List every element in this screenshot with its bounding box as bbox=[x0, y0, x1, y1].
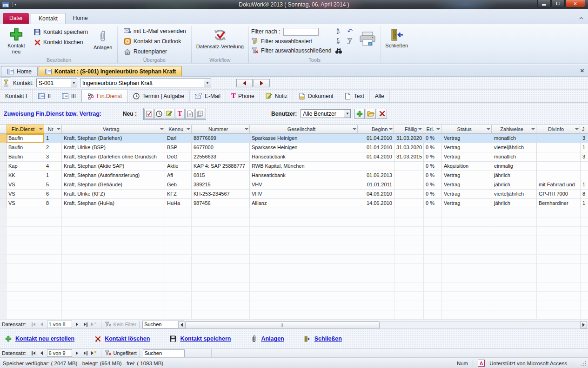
table-cell[interactable] bbox=[581, 171, 588, 180]
table-cell[interactable]: Afi bbox=[165, 171, 192, 180]
view-tab-kontakt-3[interactable]: III bbox=[56, 90, 81, 102]
table-cell[interactable]: 31.03.2015 bbox=[394, 152, 424, 162]
minimize-button[interactable] bbox=[537, 0, 551, 7]
last-record-icon[interactable] bbox=[81, 349, 90, 357]
table-cell[interactable]: Geb bbox=[165, 180, 192, 190]
table-cell[interactable]: Darl bbox=[165, 134, 192, 143]
neu-aufgabe-button[interactable] bbox=[144, 109, 154, 119]
neu-phone-button[interactable]: T bbox=[175, 109, 185, 119]
table-cell[interactable]: 0 % bbox=[424, 199, 442, 208]
table-cell[interactable]: 01.04.2010 bbox=[358, 134, 394, 143]
kontakt-neu-button[interactable]: Kontakt neu bbox=[3, 26, 30, 56]
view-tab-kontakt-1[interactable]: Kontakt I bbox=[0, 90, 33, 102]
table-cell[interactable]: KAP 4: SAP 25888777 bbox=[192, 162, 250, 171]
tab-home[interactable]: Home bbox=[66, 13, 95, 24]
tab-datei[interactable]: Datei bbox=[3, 13, 29, 24]
table-cell[interactable]: Kraft, Ulrike (KFZ) bbox=[62, 190, 165, 199]
table-cell[interactable] bbox=[537, 171, 581, 180]
table-cell[interactable]: 1 bbox=[581, 180, 588, 190]
previous-record-icon[interactable] bbox=[38, 349, 46, 357]
kontakt-name-input[interactable] bbox=[80, 79, 204, 87]
filter-status[interactable]: Ungefiltert bbox=[104, 349, 137, 357]
table-cell[interactable]: DoG bbox=[165, 152, 192, 162]
table-cell[interactable]: 0 % bbox=[424, 162, 442, 171]
column-header[interactable]: Nummer bbox=[192, 125, 250, 134]
view-tab-kontakt-2[interactable]: II bbox=[33, 90, 56, 102]
column-dropdown-icon[interactable] bbox=[487, 128, 490, 132]
new-record-icon[interactable]: * bbox=[90, 321, 98, 328]
column-header[interactable]: Nr bbox=[44, 125, 62, 134]
chevron-down-icon[interactable]: ▼ bbox=[344, 110, 350, 118]
sort-za-button[interactable]: ZA↓ bbox=[334, 37, 343, 45]
link-kontakt-loeschen[interactable]: Kontakt löschen bbox=[94, 335, 150, 342]
column-dropdown-icon[interactable] bbox=[57, 128, 60, 132]
column-header[interactable]: Fin.Dienst bbox=[7, 125, 44, 134]
table-cell[interactable]: 01.04.2010 bbox=[358, 152, 394, 162]
table-cell[interactable]: 0 % bbox=[424, 190, 442, 199]
table-cell[interactable]: RWB Kapital, München bbox=[250, 162, 358, 171]
filter-auswahlbasiert-button[interactable]: Filter auswahlbasiert bbox=[251, 38, 331, 45]
table-cell[interactable]: vierteljährlich bbox=[492, 143, 537, 152]
kontakt-loeschen-button[interactable]: Kontakt löschen bbox=[33, 39, 88, 46]
table-cell[interactable]: Vertrag bbox=[442, 143, 492, 152]
table-cell[interactable]: jährlich bbox=[492, 199, 537, 208]
table-cell[interactable]: GP-RH 7000 bbox=[537, 190, 581, 199]
table-cell[interactable]: Kraft, Stephan (Aktie SAP) bbox=[62, 162, 165, 171]
table-cell[interactable]: 8 bbox=[44, 199, 62, 208]
table-cell[interactable]: monatlich bbox=[492, 134, 537, 143]
last-record-icon[interactable] bbox=[81, 321, 90, 328]
next-record-icon[interactable] bbox=[73, 321, 81, 328]
table-cell[interactable]: 3 bbox=[581, 134, 588, 143]
column-header[interactable]: Zahlweise bbox=[492, 125, 536, 134]
table-cell[interactable]: 04.06.2010 bbox=[358, 190, 394, 199]
table-cell[interactable]: Aktie bbox=[165, 162, 192, 171]
previous-record-button[interactable] bbox=[236, 79, 253, 87]
column-header[interactable]: DivInfo bbox=[536, 125, 580, 134]
table-cell[interactable] bbox=[358, 162, 394, 171]
column-dropdown-icon[interactable] bbox=[187, 128, 190, 132]
table-cell[interactable]: 0815 bbox=[192, 171, 250, 180]
table-cell[interactable]: KFZ bbox=[165, 190, 192, 199]
column-dropdown-icon[interactable] bbox=[531, 128, 535, 132]
column-header[interactable]: Kennu bbox=[165, 125, 192, 134]
column-dropdown-icon[interactable] bbox=[418, 128, 422, 132]
table-cell[interactable]: 5 bbox=[44, 180, 62, 190]
sort-az-button[interactable]: AZ↓ bbox=[334, 27, 343, 35]
table-cell[interactable] bbox=[394, 162, 424, 171]
table-cell[interactable]: 1 bbox=[44, 171, 62, 180]
table-cell[interactable]: 22556633 bbox=[192, 152, 250, 162]
table-cell[interactable]: Sparkasse Heinigen bbox=[250, 143, 358, 152]
link-kontakt-neu[interactable]: Kontakt neu erstellen bbox=[5, 335, 74, 342]
column-header[interactable]: Beginn bbox=[358, 125, 394, 134]
record-selector[interactable] bbox=[0, 180, 7, 190]
table-cell[interactable]: Bernhardiner bbox=[537, 199, 581, 208]
search-input[interactable] bbox=[143, 349, 185, 357]
table-cell[interactable]: 6677000 bbox=[192, 143, 250, 152]
table-cell[interactable]: 3 bbox=[44, 152, 62, 162]
table-cell[interactable]: 389215 bbox=[192, 180, 250, 190]
filter-list-icon[interactable] bbox=[1, 77, 11, 89]
table-cell[interactable]: KH-253-234567 bbox=[192, 190, 250, 199]
column-dropdown-icon[interactable] bbox=[39, 128, 43, 132]
table-cell[interactable]: Hanseaticbank bbox=[250, 152, 358, 162]
record-position[interactable]: 1 von 8 bbox=[47, 321, 72, 328]
table-cell[interactable]: Vertrag bbox=[442, 134, 492, 143]
table-cell[interactable]: 31.03.2020 bbox=[394, 143, 424, 152]
table-cell[interactable]: KK bbox=[7, 171, 44, 180]
column-header[interactable]: Fällig bbox=[394, 125, 423, 134]
doc-close-icon[interactable]: ✕ bbox=[580, 68, 584, 74]
new-record-icon[interactable]: * bbox=[90, 349, 98, 357]
record-selector[interactable] bbox=[0, 134, 7, 143]
table-cell[interactable]: VS bbox=[7, 190, 44, 199]
benutzer-combobox[interactable]: ▼ bbox=[301, 109, 351, 118]
table-cell[interactable] bbox=[394, 180, 424, 190]
table-cell[interactable]: HuHa bbox=[165, 199, 192, 208]
benutzer-delete-button[interactable] bbox=[377, 109, 387, 119]
record-selector[interactable] bbox=[0, 152, 7, 162]
neu-notiz-button[interactable] bbox=[165, 109, 174, 119]
record-selector[interactable] bbox=[0, 171, 7, 180]
table-cell[interactable]: Kap bbox=[7, 162, 44, 171]
table-cell[interactable]: Kraft, Stephan (HuHa) bbox=[62, 199, 165, 208]
record-position[interactable]: 6 von 9 bbox=[47, 349, 72, 357]
view-tab-termin-aufgabe[interactable]: Termin | Aufgabe bbox=[127, 90, 190, 102]
